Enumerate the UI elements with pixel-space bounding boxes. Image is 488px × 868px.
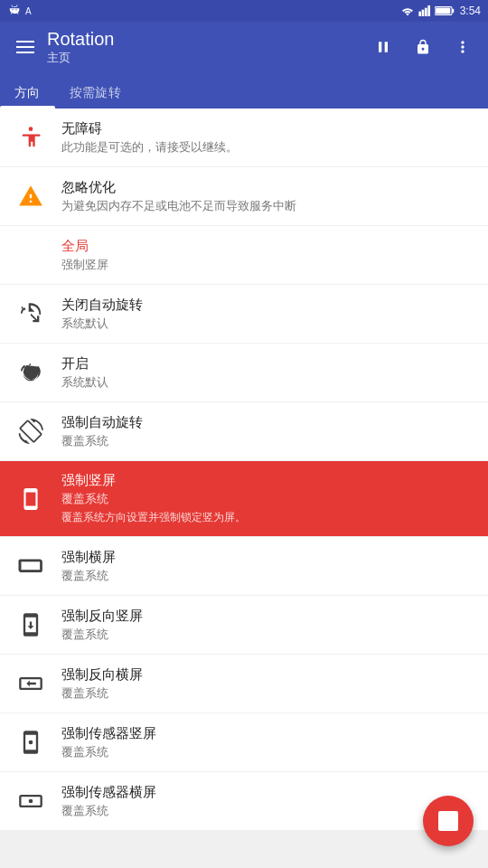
sensor-portrait-icon-container [14,726,47,759]
list-item-title-all-mode: 全局 [61,238,474,255]
list-item-title-ignore-optimize: 忽略优化 [61,179,474,196]
rotate-off-icon-container [14,297,47,330]
tab-direction[interactable]: 方向 [0,72,55,108]
pause-icon [374,38,392,56]
list-item-subtitle-force-reverse-portrait: 覆盖系统 [61,627,474,643]
list-item-text-force-reverse-landscape: 强制反向横屏 覆盖系统 [61,666,474,702]
rotate-on-icon-container [14,356,47,389]
svg-point-7 [29,127,33,131]
list-item-title-force-reverse-landscape: 强制反向横屏 [61,666,474,684]
list-item-ignore-optimize[interactable]: 忽略优化 为避免因内存不足或电池不足而导致服务中断 [0,167,488,225]
svg-rect-6 [436,8,450,14]
toolbar-title-block: Rotation 主页 [47,28,365,66]
list-item-subtitle-no-barrier: 此功能是可选的，请接受以继续。 [61,139,474,156]
list-item-text-open-auto-rotate: 开启 系统默认 [61,355,474,391]
list-item-text-force-sensor-landscape: 强制传感器横屏 覆盖系统 [61,784,474,819]
list-item-subtitle-ignore-optimize: 为避免因内存不足或电池不足而导致服务中断 [61,198,474,214]
list-item-subtitle-force-sensor-landscape: 覆盖系统 [61,803,474,819]
list-item-subtitle-force-reverse-landscape: 覆盖系统 [61,685,474,702]
list-item-open-auto-rotate[interactable]: 开启 系统默认 [0,344,488,401]
list-item-force-auto-rotate[interactable]: 强制自动旋转 覆盖系统 [0,402,488,460]
list-item-force-sensor-landscape[interactable]: 强制传感器横屏 覆盖系统 [0,772,488,830]
sensor-portrait-icon [18,730,43,755]
app-subtitle: 主页 [47,50,365,66]
reverse-landscape-icon-container [14,667,47,700]
rotate-on-icon [18,360,43,385]
list-item-close-auto-rotate[interactable]: 关闭自动旋转 系统默认 [0,285,488,343]
tab-on-demand[interactable]: 按需旋转 [55,72,136,108]
status-left-icons: A [7,4,32,18]
list-item-text-force-auto-rotate: 强制自动旋转 覆盖系统 [61,414,474,449]
list-item-force-sensor-portrait[interactable]: 强制传感器竖屏 覆盖系统 [0,713,488,771]
list-item-text-force-reverse-portrait: 强制反向竖屏 覆盖系统 [61,608,474,643]
toolbar-actions [365,29,481,65]
list-item-text-ignore-optimize: 忽略优化 为避免因内存不足或电池不足而导致服务中断 [61,179,474,214]
portrait-icon [19,487,42,511]
menu-button[interactable] [7,29,43,65]
notification-dot: A [25,6,32,16]
list-item-title-force-reverse-portrait: 强制反向竖屏 [61,608,474,625]
svg-rect-1 [421,10,424,16]
list-item-force-reverse-landscape[interactable]: 强制反向横屏 覆盖系统 [0,655,488,712]
svg-rect-5 [452,9,454,13]
list-item-title-force-sensor-landscape: 强制传感器横屏 [61,784,474,801]
list-item-title-force-landscape: 强制横屏 [61,549,474,566]
time-display: 3:54 [460,5,481,17]
pause-button[interactable] [365,29,401,65]
stop-fab-button[interactable] [423,796,474,846]
list-item-desc-force-portrait: 覆盖系统方向设置并强制锁定竖为屏。 [61,510,474,525]
accessibility-icon [18,125,43,150]
status-right-icons: 3:54 [400,5,481,17]
list-item-subtitle-force-auto-rotate: 覆盖系统 [61,433,474,449]
list-item-force-reverse-portrait[interactable]: 强制反向竖屏 覆盖系统 [0,596,488,654]
list-item-force-landscape[interactable]: 强制横屏 覆盖系统 [0,537,488,595]
svg-point-10 [29,799,33,804]
warning-icon-container [14,180,47,212]
svg-rect-0 [418,12,421,16]
content-area: 无障碍 此功能是可选的，请接受以继续。 忽略优化 为避免因内存不足或电池不足而导… [0,108,488,868]
hamburger-icon [16,41,34,53]
android-icon [7,4,22,18]
force-auto-rotate-icon [18,419,43,444]
list-item-no-barrier[interactable]: 无障碍 此功能是可选的，请接受以继续。 [0,108,488,166]
lock-icon [415,39,431,55]
toolbar: Rotation 主页 [0,22,488,72]
list-item-force-portrait[interactable]: 强制竖屏 覆盖系统 覆盖系统方向设置并强制锁定竖为屏。 [0,461,488,536]
list-item-title-force-portrait: 强制竖屏 [61,472,474,489]
more-vert-icon [454,38,472,56]
lock-button[interactable] [405,29,441,65]
list-item-text-force-portrait: 强制竖屏 覆盖系统 覆盖系统方向设置并强制锁定竖为屏。 [61,472,474,525]
svg-point-9 [29,741,33,745]
force-rotate-icon-container [14,415,47,448]
sensor-landscape-icon [18,788,43,814]
list-item-text-close-auto-rotate: 关闭自动旋转 系统默认 [61,297,474,332]
person-icon-container [14,121,47,154]
battery-icon [435,5,455,16]
list-item-subtitle-all-mode: 强制竖屏 [61,257,474,273]
svg-rect-2 [425,8,427,16]
list-item-title-close-auto-rotate: 关闭自动旋转 [61,297,474,314]
list-item-title-force-sensor-portrait: 强制传感器竖屏 [61,725,474,742]
wifi-icon [400,5,415,16]
list-item-title-force-auto-rotate: 强制自动旋转 [61,414,474,431]
svg-rect-3 [427,5,430,16]
all-mode-icon-container [14,239,47,271]
tabs-bar: 方向 按需旋转 [0,72,488,108]
app-title: Rotation [47,28,365,50]
list-item-subtitle-close-auto-rotate: 系统默认 [61,316,474,332]
list-item-title-no-barrier: 无障碍 [61,120,474,137]
list-item-title-open-auto-rotate: 开启 [61,355,474,373]
list-item-subtitle-force-portrait: 覆盖系统 [61,491,474,507]
landscape-icon-container [14,550,47,582]
list-item-subtitle-open-auto-rotate: 系统默认 [61,374,474,391]
list-item-text-force-sensor-portrait: 强制传感器竖屏 覆盖系统 [61,725,474,760]
rotate-off-icon [18,301,43,326]
more-button[interactable] [445,29,481,65]
list-item-text-all-mode: 全局 强制竖屏 [61,238,474,273]
list-item-all-mode[interactable]: 全局 强制竖屏 [0,226,488,284]
portrait-icon-container [14,483,47,515]
status-bar: A 3:54 [0,0,488,22]
stop-icon [438,811,458,831]
landscape-icon [18,553,43,579]
reverse-portrait-icon-container [14,609,47,641]
